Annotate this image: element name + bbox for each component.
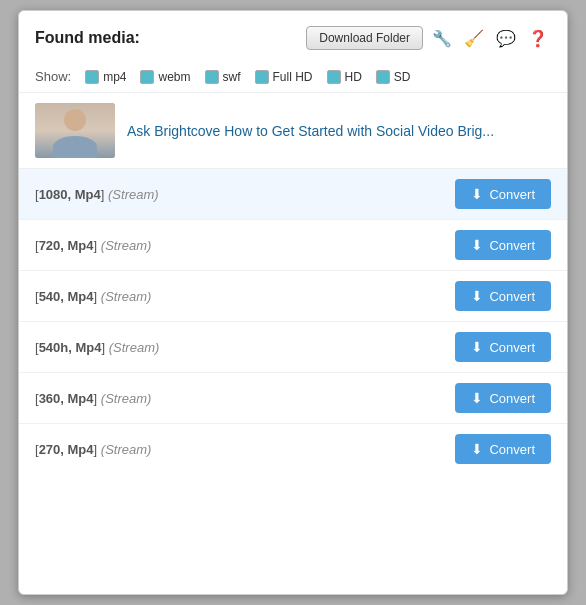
broom-icon[interactable]: 🧹: [461, 25, 487, 51]
resolution-label: [540, Mp4]: [35, 289, 97, 304]
sd-checkbox[interactable]: [376, 70, 390, 84]
convert-button-540[interactable]: ⬇ Convert: [455, 281, 551, 311]
chat-icon[interactable]: 💬: [493, 25, 519, 51]
filter-webm[interactable]: webm: [140, 70, 190, 84]
download-icon: ⬇: [471, 390, 483, 406]
convert-button-1080[interactable]: ⬇ Convert: [455, 179, 551, 209]
swf-checkbox[interactable]: [205, 70, 219, 84]
row-info: [1080, Mp4] (Stream): [35, 187, 159, 202]
video-thumbnail: [35, 103, 115, 158]
row-info: [540h, Mp4] (Stream): [35, 340, 159, 355]
download-folder-button[interactable]: Download Folder: [306, 26, 423, 50]
filter-mp4[interactable]: mp4: [85, 70, 126, 84]
media-list: [1080, Mp4] (Stream) ⬇ Convert [720, Mp4…: [19, 169, 567, 474]
header-actions: Download Folder 🔧 🧹 💬 ❓: [306, 25, 551, 51]
resolution-label: [360, Mp4]: [35, 391, 97, 406]
stream-type: (Stream): [101, 289, 152, 304]
row-info: [270, Mp4] (Stream): [35, 442, 151, 457]
table-row: [720, Mp4] (Stream) ⬇ Convert: [19, 220, 567, 271]
download-icon: ⬇: [471, 288, 483, 304]
stream-type: (Stream): [101, 442, 152, 457]
header: Found media: Download Folder 🔧 🧹 💬 ❓: [19, 11, 567, 61]
row-info: [360, Mp4] (Stream): [35, 391, 151, 406]
download-icon: ⬇: [471, 237, 483, 253]
table-row: [540h, Mp4] (Stream) ⬇ Convert: [19, 322, 567, 373]
webm-checkbox[interactable]: [140, 70, 154, 84]
convert-button-360[interactable]: ⬇ Convert: [455, 383, 551, 413]
main-window: Found media: Download Folder 🔧 🧹 💬 ❓ Sho…: [18, 10, 568, 595]
bottom-spacer: [19, 474, 567, 594]
row-info: [720, Mp4] (Stream): [35, 238, 151, 253]
table-row: [360, Mp4] (Stream) ⬇ Convert: [19, 373, 567, 424]
table-row: [540, Mp4] (Stream) ⬇ Convert: [19, 271, 567, 322]
resolution-label: [1080, Mp4]: [35, 187, 104, 202]
found-media-title: Found media:: [35, 29, 140, 47]
stream-type: (Stream): [101, 238, 152, 253]
mp4-checkbox[interactable]: [85, 70, 99, 84]
convert-button-270[interactable]: ⬇ Convert: [455, 434, 551, 464]
filter-sd[interactable]: SD: [376, 70, 411, 84]
resolution-label: [270, Mp4]: [35, 442, 97, 457]
resolution-label: [720, Mp4]: [35, 238, 97, 253]
tools-icon[interactable]: 🔧: [429, 25, 455, 51]
filter-bar: Show: mp4 webm swf Full HD HD SD: [19, 61, 567, 93]
resolution-label: [540h, Mp4]: [35, 340, 105, 355]
filter-fullhd[interactable]: Full HD: [255, 70, 313, 84]
hd-checkbox[interactable]: [327, 70, 341, 84]
row-info: [540, Mp4] (Stream): [35, 289, 151, 304]
table-row: [270, Mp4] (Stream) ⬇ Convert: [19, 424, 567, 474]
stream-type: (Stream): [101, 391, 152, 406]
table-row: [1080, Mp4] (Stream) ⬇ Convert: [19, 169, 567, 220]
download-icon: ⬇: [471, 441, 483, 457]
convert-button-720[interactable]: ⬇ Convert: [455, 230, 551, 260]
download-icon: ⬇: [471, 339, 483, 355]
stream-type: (Stream): [109, 340, 160, 355]
thumbnail-image: [35, 103, 115, 158]
filter-hd[interactable]: HD: [327, 70, 362, 84]
show-label: Show:: [35, 69, 71, 84]
help-icon[interactable]: ❓: [525, 25, 551, 51]
media-title-row: Ask Brightcove How to Get Started with S…: [19, 93, 567, 169]
convert-button-540h[interactable]: ⬇ Convert: [455, 332, 551, 362]
stream-type: (Stream): [108, 187, 159, 202]
download-icon: ⬇: [471, 186, 483, 202]
video-title: Ask Brightcove How to Get Started with S…: [127, 123, 551, 139]
fullhd-checkbox[interactable]: [255, 70, 269, 84]
filter-swf[interactable]: swf: [205, 70, 241, 84]
